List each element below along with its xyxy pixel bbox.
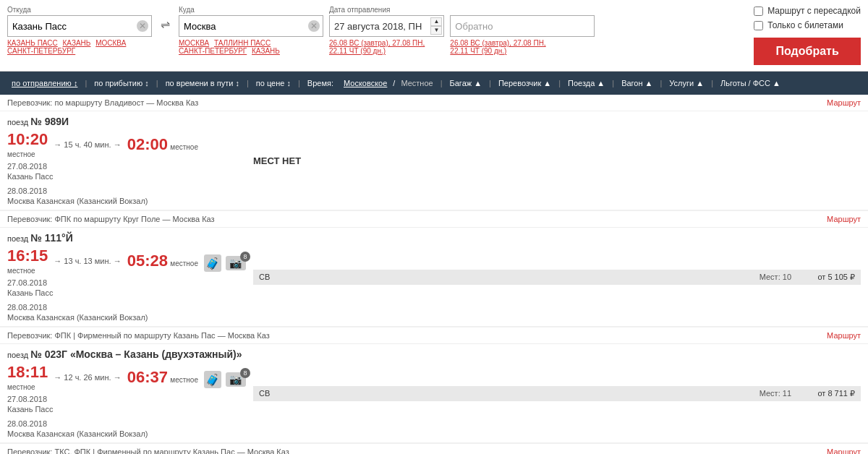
return-shortcuts: 26.08 ВС (завтра), 27.08 ПН, 22.11 ЧТ (9…: [450, 39, 595, 55]
transfer-checkbox[interactable]: [754, 7, 763, 16]
arrive-time: 06:37: [127, 368, 168, 386]
train-block: Перевозчик: ФПК по маршруту Круг Поле — …: [0, 211, 868, 326]
from-shortcut-2[interactable]: МОСКВА: [95, 39, 126, 47]
duration: → 12 ч. 26 мин. →: [54, 373, 121, 382]
carrier-text: Перевозчик: ФПК по маршруту Круг Поле — …: [7, 215, 215, 223]
tickets-checkbox[interactable]: [754, 21, 763, 30]
transfer-checkbox-row[interactable]: Маршрут с пересадкой: [754, 6, 861, 16]
to-shortcut-1[interactable]: ТАЛЛИНН ПАСС: [214, 39, 271, 47]
sort-luggage[interactable]: Багаж ▲: [446, 76, 487, 90]
search-button[interactable]: Подобрать: [754, 38, 861, 65]
train-num-value: № 989И: [30, 116, 69, 127]
sort-services[interactable]: Услуги ▲: [665, 76, 708, 90]
route-link[interactable]: Маршрут: [827, 331, 861, 340]
return-shortcut-0[interactable]: 26.08 ВС (завтра), 27.08 ПН,: [450, 39, 545, 47]
seat-price: от 5 105 ₽: [797, 273, 855, 282]
to-label: Куда: [179, 6, 323, 14]
train-num-label: поезд: [7, 234, 28, 243]
train-num-label: поезд: [7, 351, 28, 359]
from-shortcut-3[interactable]: САНКТ-ПЕТЕРБУРГ: [7, 47, 75, 55]
train-info: поезд № 111°Й 16:15 местное → 13 ч. 13 м…: [7, 232, 246, 322]
train-num-label: поезд: [7, 118, 28, 127]
sort-arrival[interactable]: по прибытию ↕: [90, 76, 153, 90]
from-clear-btn[interactable]: ✕: [137, 20, 148, 32]
date-field-group: Дата отправления 27 августа 2018, ПН ▲ ▼…: [329, 6, 444, 55]
sort-duration[interactable]: по времени в пути ↕: [161, 76, 244, 90]
return-field-group: Обратно Обратно 26.08 ВС (завтра), 27.08…: [450, 6, 595, 55]
date-value: 27 августа 2018, ПН: [334, 21, 422, 32]
results-list: Перевозчик: по маршруту Владивост — Моск…: [0, 95, 868, 454]
train-block: Перевозчик: ТКС, ФПК | Фирменный по марш…: [0, 444, 868, 454]
carrier-text: Перевозчик: по маршруту Владивост — Моск…: [7, 98, 198, 107]
luggage-icon: 🧳: [204, 254, 221, 272]
date-label: Дата отправления: [329, 6, 444, 14]
depart-date: 27.08.2018: [7, 278, 246, 287]
sort-wagon[interactable]: Вагон ▲: [617, 76, 657, 90]
transfer-label: Маршрут с пересадкой: [767, 6, 861, 16]
date-shortcut-0[interactable]: 26.08 ВС (завтра), 27.08 ПН,: [329, 39, 425, 47]
sort-time-label: Время:: [303, 76, 338, 90]
to-input-box: ✕: [179, 15, 323, 37]
seat-row[interactable]: СВ Мест: 10 от 5 105 ₽: [253, 270, 861, 285]
arrive-type: местное: [170, 260, 198, 267]
arrive-type: местное: [170, 143, 198, 151]
to-clear-btn[interactable]: ✕: [308, 20, 320, 32]
sort-local-time[interactable]: Местное: [396, 76, 437, 90]
arrive-time: 02:00: [127, 135, 168, 153]
sort-bar: по отправлению ↕ | по прибытию ↕ | по вр…: [0, 72, 868, 95]
train-number: поезд № 023Г «Москва – Казань (двухэтажн…: [7, 348, 246, 360]
depart-time: 18:11: [7, 363, 48, 381]
from-shortcut-0[interactable]: КАЗАНЬ ПАСС: [7, 39, 58, 47]
from-input[interactable]: [12, 21, 134, 32]
camera-icon: 📷8: [226, 372, 246, 387]
from-label: Откуда: [7, 6, 152, 14]
to-shortcuts: МОСКВА ТАЛЛИНН ПАСС САНКТ-ПЕТЕРБУРГ КАЗА…: [179, 39, 323, 55]
to-shortcut-2[interactable]: САНКТ-ПЕТЕРБУРГ: [179, 47, 247, 55]
depart-type: местное: [7, 383, 35, 391]
train-header: Перевозчик: ТКС, ФПК | Фирменный по марш…: [0, 444, 868, 454]
seat-type: СВ: [259, 273, 302, 281]
route-link[interactable]: Маршрут: [827, 447, 861, 454]
sort-price[interactable]: по цене ↕: [252, 76, 295, 90]
route-link[interactable]: Маршрут: [827, 215, 861, 223]
seat-type: СВ: [259, 389, 302, 398]
return-placeholder: Обратно: [455, 21, 493, 32]
to-field-group: Куда ✕ МОСКВА ТАЛЛИНН ПАСС САНКТ-ПЕТЕРБУ…: [179, 6, 323, 55]
route-link[interactable]: Маршрут: [827, 98, 861, 107]
camera-icon: 📷8: [226, 256, 246, 270]
date-shortcuts: 26.08 ВС (завтра), 27.08 ПН, 22.11 ЧТ (9…: [329, 39, 444, 55]
tickets-checkbox-row[interactable]: Только с билетами: [754, 20, 861, 30]
from-shortcuts: КАЗАНЬ ПАСС КАЗАНЬ МОСКВА САНКТ-ПЕТЕРБУР…: [7, 39, 152, 55]
train-body: поезд № 023Г «Москва – Казань (двухэтажн…: [0, 344, 868, 442]
duration: → 13 ч. 13 мин. →: [54, 257, 121, 265]
train-number: поезд № 989И: [7, 116, 239, 127]
depart-time: 10:20: [7, 130, 48, 148]
icons-area: 🧳 📷8: [204, 371, 246, 388]
train-header: Перевозчик: ФПК | Фирменный по маршруту …: [0, 327, 868, 344]
seat-count: Мест: 10: [760, 273, 797, 281]
swap-button[interactable]: ⇌: [158, 17, 173, 31]
tickets-label: Только с билетами: [767, 20, 843, 30]
seats-panel: СВ Мест: 11 от 8 711 ₽: [253, 348, 861, 438]
train-body: поезд № 111°Й 16:15 местное → 13 ч. 13 м…: [0, 228, 868, 326]
return-shortcut-1[interactable]: 22.11 ЧТ (90 дн.): [450, 47, 506, 55]
sort-benefits[interactable]: Льготы / ФСС ▲: [716, 76, 785, 90]
to-shortcut-3[interactable]: КАЗАНЬ: [252, 47, 280, 55]
to-input[interactable]: [184, 21, 305, 32]
icons-area: 🧳 📷8: [204, 254, 246, 272]
to-shortcut-0[interactable]: МОСКВА: [179, 39, 209, 47]
right-options: Маршрут с пересадкой Только с билетами П…: [754, 6, 861, 65]
sort-trains[interactable]: Поезда ▲: [563, 76, 609, 90]
depart-date: 27.08.2018: [7, 395, 246, 403]
seat-row[interactable]: СВ Мест: 11 от 8 711 ₽: [253, 386, 861, 401]
date-shortcut-1[interactable]: 22.11 ЧТ (90 дн.): [329, 47, 386, 55]
from-shortcut-1[interactable]: КАЗАНЬ: [63, 39, 91, 47]
duration: → 15 ч. 40 мин. →: [54, 140, 121, 149]
date-up-arrow[interactable]: ▲: [430, 17, 442, 26]
arrive-station: Москва Казанская (Казанский Вокзал): [7, 313, 246, 322]
date-down-arrow[interactable]: ▼: [430, 26, 442, 35]
sort-departure[interactable]: по отправлению ↕: [7, 76, 82, 90]
sort-moscow-time[interactable]: Московское: [339, 76, 391, 90]
train-block: Перевозчик: ФПК | Фирменный по маршруту …: [0, 327, 868, 442]
sort-carrier[interactable]: Перевозчик ▲: [494, 76, 556, 90]
